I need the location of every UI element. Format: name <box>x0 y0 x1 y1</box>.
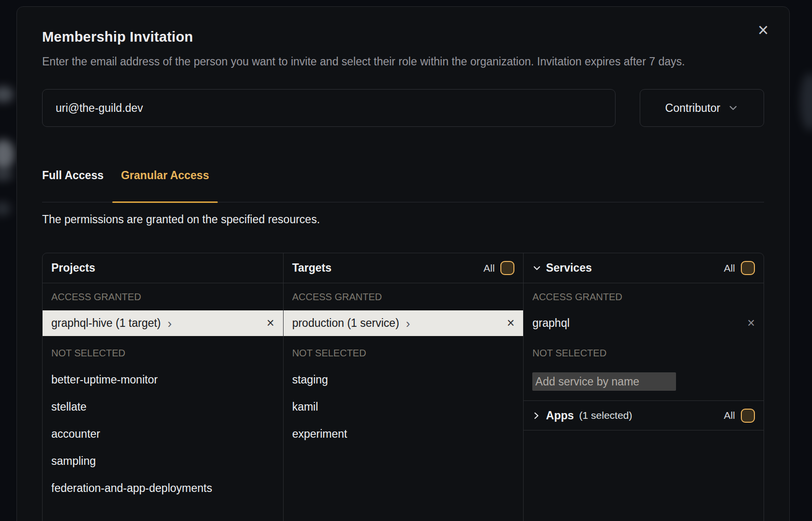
project-item[interactable]: accounter <box>43 420 283 447</box>
remove-icon[interactable]: × <box>747 317 755 330</box>
services-all-toggle[interactable]: All <box>724 261 755 275</box>
granted-service-row[interactable]: graphql × <box>524 310 764 336</box>
email-input[interactable] <box>42 89 616 127</box>
background-blur-blob <box>800 73 812 131</box>
not-selected-label: NOT SELECTED <box>284 336 524 366</box>
remove-icon[interactable]: × <box>507 317 515 330</box>
background-blur-blob <box>0 86 14 103</box>
access-granted-label: ACCESS GRANTED <box>43 283 283 310</box>
targets-all-checkbox[interactable] <box>500 261 514 275</box>
targets-column: Targets All ACCESS GRANTED production (1… <box>283 253 524 521</box>
granted-project-row[interactable]: graphql-hive (1 target) › × <box>43 310 283 336</box>
apps-selected-count: (1 selected) <box>579 410 632 421</box>
granted-project-name: graphql-hive (1 target) <box>51 317 161 330</box>
close-icon[interactable]: × <box>753 20 773 40</box>
chevron-right-icon: › <box>167 317 172 330</box>
projects-column: Projects ACCESS GRANTED graphql-hive (1 … <box>43 253 283 521</box>
target-item[interactable]: kamil <box>284 393 524 420</box>
access-tabs: Full Access Granular Access <box>42 169 764 202</box>
modal-description: Enter the email address of the person yo… <box>42 53 729 71</box>
chevron-right-icon <box>532 411 541 420</box>
invite-row: Contributor <box>42 89 764 127</box>
chevron-down-icon <box>728 103 738 113</box>
apps-section-row[interactable]: Apps (1 selected) All <box>524 400 764 430</box>
role-select-value: Contributor <box>665 102 721 115</box>
remove-icon[interactable]: × <box>267 317 274 330</box>
not-selected-label: NOT SELECTED <box>524 336 764 366</box>
granted-target-name: production (1 service) <box>292 317 399 330</box>
tab-granular-access[interactable]: Granular Access <box>112 169 218 202</box>
role-select[interactable]: Contributor <box>640 89 764 127</box>
project-item[interactable]: stellate <box>43 393 283 420</box>
all-label: All <box>724 262 735 274</box>
apps-all-checkbox[interactable] <box>741 409 755 423</box>
chevron-right-icon: › <box>406 317 410 330</box>
project-item[interactable]: sampling <box>43 447 283 475</box>
access-granted-label: ACCESS GRANTED <box>284 283 524 310</box>
target-item[interactable]: staging <box>284 366 524 393</box>
services-header[interactable]: Services All <box>524 253 764 283</box>
chevron-down-icon <box>532 263 541 273</box>
apps-title: Apps <box>546 409 574 422</box>
background-blur-blob <box>0 169 13 181</box>
not-selected-label: NOT SELECTED <box>43 336 283 366</box>
apps-all-toggle[interactable]: All <box>724 409 755 423</box>
background-blur-blob <box>0 139 15 169</box>
target-item[interactable]: experiment <box>284 420 524 447</box>
resources-grid: Projects ACCESS GRANTED graphql-hive (1 … <box>42 253 764 521</box>
access-granted-label: ACCESS GRANTED <box>524 283 764 310</box>
targets-header: Targets All <box>284 253 524 283</box>
tab-full-access[interactable]: Full Access <box>42 169 112 202</box>
all-label: All <box>483 262 495 274</box>
projects-header: Projects <box>43 253 283 283</box>
all-label: All <box>724 410 735 421</box>
targets-all-toggle[interactable]: All <box>483 261 514 275</box>
permissions-note: The permissions are granted on the speci… <box>42 206 764 226</box>
services-all-checkbox[interactable] <box>741 261 755 275</box>
services-column-title: Services <box>546 261 592 275</box>
background-blur-blob <box>0 201 11 216</box>
targets-column-title: Targets <box>292 261 331 275</box>
projects-column-title: Projects <box>51 261 95 275</box>
membership-invitation-modal: × Membership Invitation Enter the email … <box>16 6 790 521</box>
modal-title: Membership Invitation <box>42 29 764 45</box>
granted-service-name: graphql <box>532 317 570 330</box>
project-item[interactable]: federation-and-app-deployments <box>43 475 283 502</box>
add-service-input[interactable] <box>532 372 676 391</box>
services-column: Services All ACCESS GRANTED graphql × NO… <box>523 253 764 521</box>
granted-target-row[interactable]: production (1 service) › × <box>284 310 524 336</box>
project-item[interactable]: better-uptime-monitor <box>43 366 283 393</box>
